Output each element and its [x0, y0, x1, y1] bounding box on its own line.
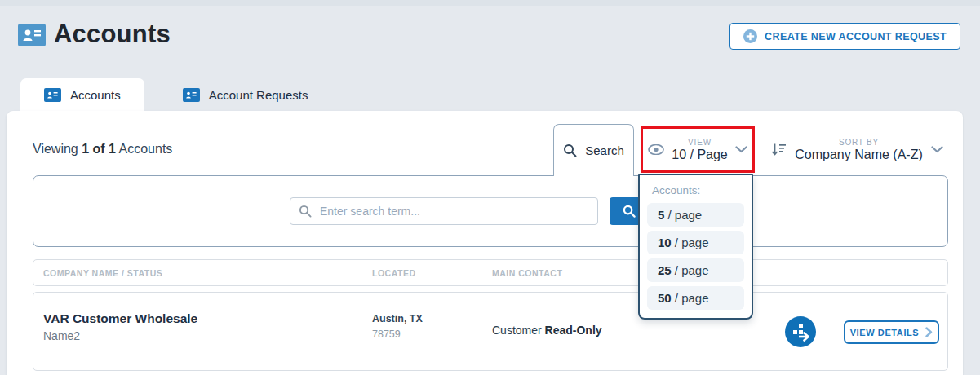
create-button-label: CREATE NEW ACCOUNT REQUEST [765, 31, 947, 42]
per-page-option-25[interactable]: 25 / page [647, 258, 744, 282]
sort-by-value: Company Name (A-Z) [795, 148, 922, 162]
tab-accounts[interactable]: Accounts [20, 78, 144, 111]
accounts-panel: Viewing 1 of 1 Accounts Search VIEW 10 /… [7, 111, 963, 375]
sort-control-text: SORT BY Company Name (A-Z) [795, 138, 922, 162]
create-new-account-request-button[interactable]: CREATE NEW ACCOUNT REQUEST [729, 23, 960, 50]
per-page-option-50[interactable]: 50 / page [647, 286, 744, 310]
chevron-down-icon [931, 146, 943, 153]
company-cell: VAR Customer Wholesale Name2 [43, 311, 197, 342]
top-strip [0, 0, 980, 6]
chevron-down-icon [735, 146, 747, 153]
view-label: VIEW [688, 138, 712, 147]
viewing-count: 1 of 1 [82, 142, 116, 156]
main-contact-cell: Customer Read-Only [492, 324, 602, 337]
column-header-main-contact: MAIN CONTACT [492, 268, 562, 278]
table-row: VAR Customer Wholesale Name2 Austin, TX … [33, 292, 948, 371]
id-card-icon [21, 27, 42, 43]
search-icon [299, 205, 312, 218]
tab-bar: Accounts Account Requests [20, 78, 331, 111]
view-details-label: VIEW DETAILS [850, 328, 920, 338]
per-page-option-10[interactable]: 10 / page [647, 231, 744, 254]
search-icon [623, 205, 636, 218]
dropdown-group-label: Accounts: [652, 184, 744, 196]
search-input[interactable] [320, 205, 589, 218]
view-details-button[interactable]: VIEW DETAILS [844, 320, 939, 344]
sort-by-label: SORT BY [839, 138, 879, 147]
org-chart-arrow-icon [790, 322, 811, 342]
plus-circle-icon [743, 29, 757, 43]
per-page-option-5[interactable]: 5 / page [647, 203, 744, 227]
sort-amount-icon [771, 143, 787, 157]
company-subname: Name2 [43, 329, 197, 342]
search-icon [563, 143, 577, 157]
view-per-page-dropdown[interactable]: VIEW 10 / Page [641, 126, 755, 173]
city-state: Austin, TX [372, 313, 423, 324]
chevron-right-icon [925, 327, 933, 338]
located-cell: Austin, TX 78759 [372, 313, 423, 340]
eye-icon [648, 144, 664, 155]
tab-account-requests[interactable]: Account Requests [159, 78, 332, 111]
tab-label: Account Requests [209, 88, 308, 102]
viewing-count-text: Viewing 1 of 1 Accounts [33, 142, 172, 157]
view-control-text: VIEW 10 / Page [672, 138, 728, 162]
contact-type: Read-Only [545, 324, 602, 337]
table-header-row: COMPANY NAME / STATUS LOCATED MAIN CONTA… [33, 259, 948, 286]
account-hierarchy-action-icon[interactable] [785, 316, 816, 347]
company-name: VAR Customer Wholesale [43, 311, 197, 326]
id-card-icon [183, 88, 200, 102]
search-tab-label: Search [585, 143, 624, 157]
column-header-company-status: COMPANY NAME / STATUS [43, 268, 162, 278]
zip-code: 78759 [372, 329, 423, 340]
id-card-icon [44, 88, 61, 102]
per-page-dropdown-menu: Accounts: 5 / page 10 / page 25 / page 5… [638, 174, 753, 320]
search-tab[interactable]: Search [553, 124, 634, 176]
header-divider [20, 64, 960, 64]
tab-label: Accounts [70, 88, 121, 102]
page-title: Accounts [54, 20, 171, 49]
column-header-located: LOCATED [372, 268, 415, 278]
view-value: 10 / Page [672, 148, 728, 162]
search-field-wrap [290, 197, 598, 225]
accounts-page-icon [18, 24, 46, 46]
sort-by-dropdown[interactable]: SORT BY Company Name (A-Z) [769, 126, 945, 173]
